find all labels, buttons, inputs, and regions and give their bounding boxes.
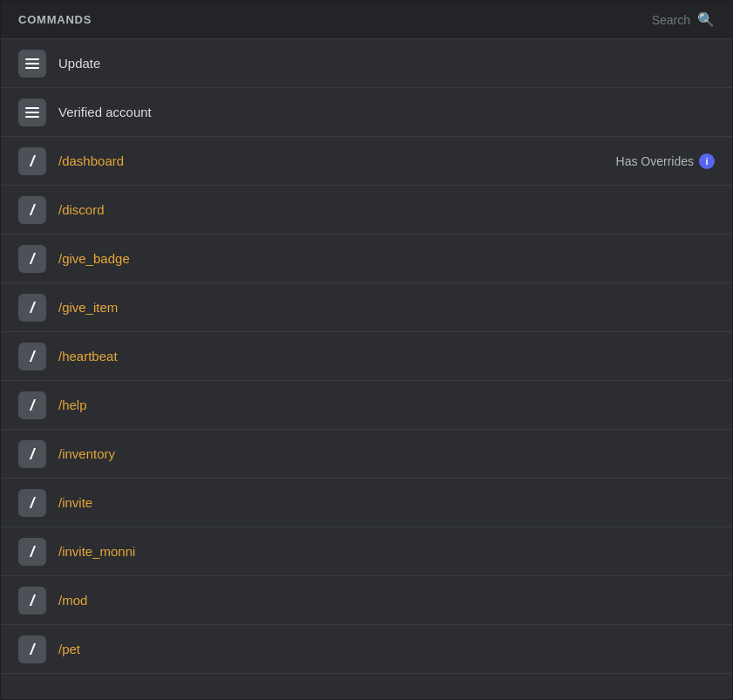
command-item-heartbeat[interactable]: //heartbeat [1,332,732,381]
slash-command-icon: / [18,489,46,517]
command-label: /invite_monni [58,544,135,559]
command-list: UpdateVerified account//dashboardHas Ove… [1,39,732,674]
command-item-discord[interactable]: //discord [1,186,732,234]
slash-command-icon: / [18,196,46,224]
info-icon[interactable]: i [699,153,715,169]
slash-command-icon: / [18,391,46,419]
search-icon[interactable]: 🔍 [697,11,715,28]
command-item-inventory[interactable]: //inventory [1,430,732,479]
slash-command-icon: / [18,294,46,322]
command-item-invite_monni[interactable]: //invite_monni [1,527,732,576]
slash-command-icon: / [18,245,46,273]
command-item-help[interactable]: //help [1,381,732,430]
command-label: Verified account [58,105,152,119]
slash-command-icon: / [18,440,46,468]
command-label: /heartbeat [58,349,118,364]
command-label: /dashboard [58,153,124,168]
command-label: /discord [58,202,105,217]
search-placeholder: Search [652,13,690,27]
command-item-give_badge[interactable]: //give_badge [1,234,732,283]
command-item-mod[interactable]: //mod [1,576,732,625]
command-item-invite[interactable]: //invite [1,479,732,527]
slash-command-icon: / [18,635,46,663]
command-label: /mod [58,593,87,608]
search-area[interactable]: Search 🔍 [652,11,715,28]
panel-title: COMMANDS [18,13,92,26]
command-label: /give_badge [58,251,130,266]
command-item-dashboard[interactable]: //dashboardHas Overridesi [1,137,732,186]
slash-command-icon: / [18,538,46,566]
text-command-icon [18,50,46,78]
command-label: /help [58,398,87,412]
commands-panel: COMMANDS Search 🔍 UpdateVerified account… [0,0,733,700]
slash-command-icon: / [18,343,46,370]
command-label: /give_item [58,300,118,315]
command-item-pet[interactable]: //pet [1,625,732,674]
command-label: /inventory [58,446,115,461]
command-label: /pet [58,642,80,656]
overrides-label: Has Overrides [616,154,694,168]
overrides-badge: Has Overridesi [616,153,715,169]
slash-command-icon: / [18,587,46,615]
command-label: Update [58,56,100,71]
command-label: /invite [58,495,92,510]
command-item-update[interactable]: Update [1,39,732,88]
panel-header: COMMANDS Search 🔍 [1,1,732,39]
command-item-verified-account[interactable]: Verified account [1,88,732,137]
command-item-give_item[interactable]: //give_item [1,283,732,332]
slash-command-icon: / [18,147,46,175]
text-command-icon [18,99,46,126]
